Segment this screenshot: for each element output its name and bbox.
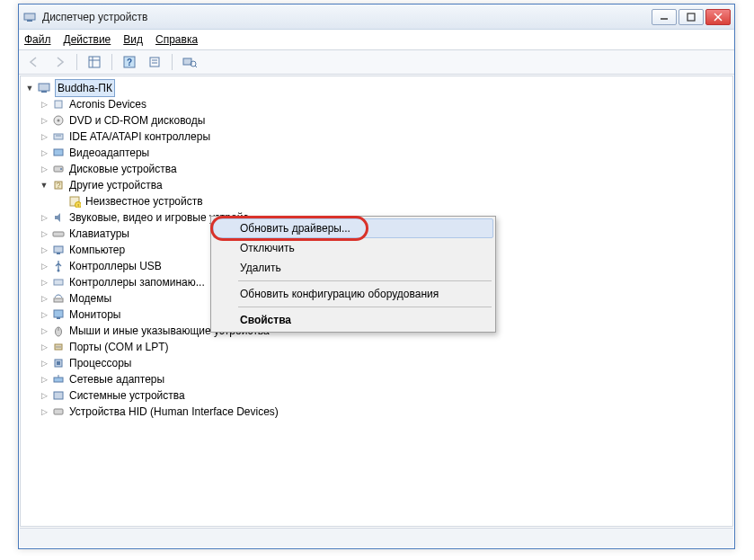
ctx-item-label: Удалить: [240, 262, 281, 274]
tree-node-label: Процессоры: [69, 355, 132, 371]
maximize-button[interactable]: [679, 9, 704, 25]
expander-icon[interactable]: [39, 147, 49, 158]
menu-help[interactable]: Справка: [155, 33, 198, 46]
unknown-device-icon: !: [67, 194, 82, 209]
svg-point-45: [59, 346, 61, 348]
ctx-update-drivers[interactable]: Обновить драйверы...: [213, 218, 493, 238]
tree-node[interactable]: Устройства HID (Human Interface Devices): [22, 404, 731, 420]
expander-icon[interactable]: [39, 228, 49, 239]
tree-node[interactable]: IDE ATA/ATAPI контроллеры: [22, 129, 731, 145]
svg-rect-50: [54, 392, 63, 399]
ctx-separator: [238, 307, 492, 307]
window-controls: [652, 9, 731, 25]
expander-icon[interactable]: [39, 325, 49, 336]
ctx-properties[interactable]: Свойства: [213, 310, 493, 330]
hid-icon: [51, 404, 66, 419]
tree-node-other[interactable]: ?Другие устройства: [22, 177, 731, 193]
tree-node[interactable]: DVD и CD-ROM дисководы: [22, 112, 731, 129]
tree-node-label: Acronis Devices: [69, 96, 146, 112]
expander-icon[interactable]: [39, 277, 49, 288]
toolbar-separator: [111, 54, 112, 70]
tree-node-label: Дисковые устройства: [69, 161, 177, 177]
tree-node[interactable]: Acronis Devices: [22, 96, 731, 112]
expander-icon[interactable]: [39, 358, 49, 369]
titlebar[interactable]: Диспетчер устройств: [19, 4, 734, 30]
toolbar: ?: [19, 49, 734, 75]
tree-node-unknown[interactable]: !Неизвестное устройств: [22, 193, 731, 209]
svg-point-43: [56, 346, 58, 348]
svg-rect-33: [54, 246, 63, 253]
tree-node[interactable]: Системные устройства: [22, 387, 731, 404]
expander-icon[interactable]: [39, 374, 49, 385]
tree-node-label: Другие устройства: [69, 177, 163, 193]
expander-icon[interactable]: [39, 244, 49, 255]
expander-icon[interactable]: [39, 212, 49, 223]
svg-rect-6: [89, 57, 100, 67]
usb-icon: [51, 259, 66, 273]
computer-icon: [37, 81, 51, 95]
expander-icon[interactable]: [39, 293, 49, 304]
tree-node[interactable]: Процессоры: [22, 355, 731, 371]
expander-icon[interactable]: [39, 99, 49, 110]
tree-node[interactable]: Видеоадаптеры: [22, 145, 731, 161]
tree-node-label: Устройства HID (Human Interface Devices): [69, 404, 279, 420]
scan-hardware-button[interactable]: [180, 52, 200, 72]
minimize-button[interactable]: [652, 9, 677, 25]
tree-root[interactable]: Buddha-ПК: [22, 80, 731, 96]
svg-rect-51: [54, 409, 63, 414]
dvd-icon: [51, 113, 66, 128]
expander-icon[interactable]: [39, 342, 49, 352]
tree-node-label: Системные устройства: [69, 387, 185, 404]
expander-icon[interactable]: [39, 406, 49, 417]
ctx-item-label: Свойства: [240, 314, 291, 326]
context-menu: Обновить драйверы... Отключить Удалить О…: [210, 216, 496, 333]
app-icon: [22, 10, 37, 24]
tree-node-label: Неизвестное устройств: [85, 193, 203, 209]
menu-view[interactable]: Вид: [123, 33, 143, 46]
ctx-refresh-config[interactable]: Обновить конфигурацию оборудования: [213, 284, 493, 304]
port-icon: [51, 340, 66, 354]
ctx-disable[interactable]: Отключить: [213, 238, 493, 258]
expander-icon[interactable]: [39, 261, 49, 271]
window-title: Диспетчер устройств: [42, 11, 652, 23]
details-view-button[interactable]: [84, 52, 104, 72]
properties-button[interactable]: [145, 52, 164, 72]
processor-icon: [51, 356, 66, 370]
tree-node[interactable]: Дисковые устройства: [22, 161, 731, 177]
disk-icon: [51, 162, 66, 176]
tree-node-label: Клавиатуры: [69, 226, 129, 242]
tree-node[interactable]: Сетевые адаптеры: [22, 371, 731, 387]
expander-icon[interactable]: [39, 115, 49, 126]
svg-point-26: [60, 168, 62, 170]
expander-icon[interactable]: [39, 390, 49, 401]
ctx-delete[interactable]: Удалить: [213, 258, 493, 278]
tree-node[interactable]: Порты (COM и LPT): [22, 339, 731, 355]
tree-node-label: Компьютер: [69, 242, 125, 258]
mouse-icon: [51, 324, 66, 338]
tree-node-label: Видеоадаптеры: [69, 145, 149, 161]
ctx-separator: [238, 280, 492, 281]
expander-icon[interactable]: [39, 131, 49, 142]
tree-node-label: DVD и CD-ROM дисководы: [69, 112, 205, 129]
help-button[interactable]: ?: [120, 52, 139, 72]
svg-rect-38: [54, 310, 63, 317]
menu-file[interactable]: Файл: [24, 33, 51, 46]
toolbar-separator: [76, 54, 77, 70]
expander-icon[interactable]: [39, 180, 49, 191]
expander-icon[interactable]: [39, 309, 49, 320]
forward-button[interactable]: [49, 52, 69, 72]
keyboard-icon: [51, 227, 66, 241]
svg-rect-17: [39, 84, 49, 91]
svg-rect-32: [53, 232, 64, 236]
svg-rect-24: [54, 149, 63, 156]
expander-icon[interactable]: [24, 83, 35, 93]
device-icon: [51, 97, 66, 111]
back-button[interactable]: [24, 52, 44, 72]
svg-rect-0: [24, 13, 35, 20]
svg-text:?: ?: [127, 58, 132, 67]
tree-node-label: Порты (COM и LPT): [69, 339, 169, 355]
expander-icon[interactable]: [39, 164, 49, 174]
close-button[interactable]: [705, 9, 731, 25]
network-icon: [51, 372, 66, 387]
menu-action[interactable]: Действие: [64, 33, 111, 46]
